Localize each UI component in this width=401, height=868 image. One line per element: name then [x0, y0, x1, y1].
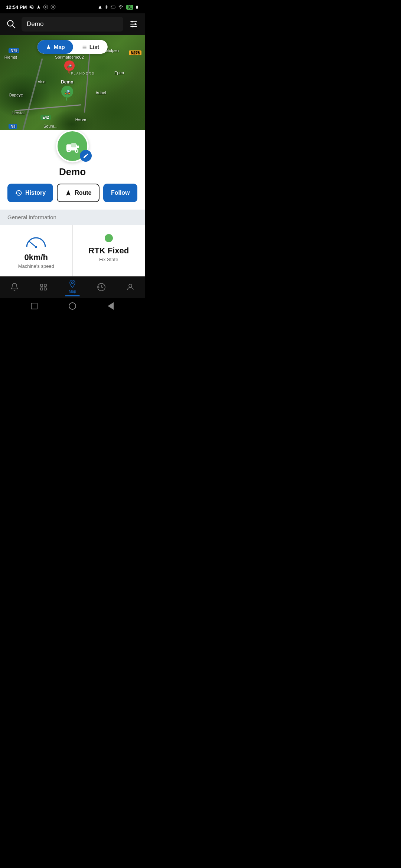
nav-item-alerts[interactable] [0, 283, 29, 293]
nav-profile-icon [126, 283, 135, 292]
fix-state-card: RTK Fixed Fix State [72, 225, 145, 276]
nav-history-icon [97, 283, 106, 292]
marker-demo[interactable]: Demo 🚜 [61, 79, 74, 102]
nav-icon [36, 4, 41, 10]
edit-icon [83, 153, 89, 159]
filter-icon [129, 19, 138, 29]
svg-point-1 [45, 6, 47, 8]
time-display: 12:54 PM [6, 4, 27, 10]
svg-point-7 [7, 20, 13, 26]
general-info-header: General information [0, 210, 145, 225]
svg-rect-25 [66, 146, 71, 149]
nav-item-map[interactable]: Map [58, 279, 87, 296]
svg-rect-31 [40, 288, 43, 290]
action-buttons: History Route Follow [0, 184, 145, 210]
zones-icon [39, 283, 48, 292]
svg-point-33 [72, 282, 74, 283]
bottom-nav: Map [0, 276, 145, 298]
system-recent-button[interactable] [29, 301, 39, 311]
svg-text:🚜: 🚜 [64, 89, 71, 95]
avatar-badge[interactable] [80, 150, 92, 162]
route-button-label: Route [75, 190, 91, 196]
mute-icon [29, 4, 34, 10]
nav-active-indicator [65, 295, 80, 296]
avatar-section [0, 130, 145, 162]
system-nav [0, 298, 145, 314]
filter-button[interactable] [127, 17, 140, 31]
bottom-sheet: Demo History Route Follow General inform… [0, 130, 145, 276]
wifi-icon [118, 5, 124, 9]
alerts-icon [10, 283, 19, 292]
history-button-label: History [25, 190, 46, 196]
bluetooth-icon [104, 4, 109, 10]
gps-icon [98, 5, 102, 10]
status-left: 12:54 PM [6, 4, 56, 10]
speed-label: Machine's speed [18, 263, 54, 269]
svg-point-34 [129, 284, 132, 287]
rtk-status-dot [105, 234, 113, 242]
status-right: 91 [98, 4, 139, 10]
speed-value: 0km/h [24, 253, 48, 262]
svg-rect-24 [71, 143, 76, 147]
svg-point-3 [52, 6, 54, 8]
location-services-icon [43, 4, 48, 10]
list-tab[interactable]: List [73, 40, 108, 54]
marker-pin-green: 🚜 [61, 85, 74, 102]
follow-button-label: Follow [111, 190, 130, 196]
system-home-button[interactable] [67, 301, 78, 311]
home-icon [69, 302, 76, 310]
privacy-icon [50, 4, 56, 10]
nav-item-map-label: Map [69, 289, 76, 293]
speedometer-icon [25, 234, 47, 249]
map-area[interactable]: N79 N278 Riemst Gulpen Epen Vise Aubel O… [0, 35, 145, 146]
map-tab[interactable]: Map [38, 40, 73, 54]
svg-point-12 [134, 23, 136, 25]
speed-card: 0km/h Machine's speed [0, 225, 72, 276]
svg-text:🚜: 🚜 [67, 63, 72, 69]
list-tab-label: List [89, 44, 100, 50]
svg-rect-5 [115, 7, 115, 7]
marker-label-sprimatdemo02: Sprimatdemo02 [55, 55, 84, 59]
svg-rect-30 [44, 284, 46, 286]
speed-icon-wrap [25, 234, 47, 249]
back-icon [108, 302, 114, 310]
search-icon-wrap[interactable] [4, 17, 18, 31]
svg-rect-32 [44, 288, 46, 290]
history-button-icon [15, 189, 22, 197]
rtk-value: RTK Fixed [88, 246, 129, 256]
search-bar: Demo [0, 13, 145, 35]
battery-percent: 91 [126, 5, 133, 10]
map-tab-icon [46, 44, 52, 50]
nav-map-icon [68, 279, 77, 288]
tractor-avatar-icon [63, 137, 82, 156]
history-button[interactable]: History [7, 184, 53, 202]
nav-item-profile[interactable] [116, 283, 145, 293]
route-button-icon [65, 190, 72, 196]
charging-icon [135, 4, 139, 10]
svg-rect-26 [77, 145, 79, 148]
recent-apps-icon [31, 303, 38, 309]
svg-line-28 [29, 241, 36, 247]
nav-item-zones[interactable] [29, 283, 58, 293]
status-bar: 12:54 PM [0, 0, 145, 13]
marker-label-demo: Demo [61, 79, 73, 85]
system-back-button[interactable] [105, 301, 116, 311]
marker-pin-red: 🚜 [64, 60, 75, 74]
map-list-toggle: Map List [38, 40, 108, 54]
nav-item-history[interactable] [87, 283, 116, 293]
machine-name: Demo [0, 166, 145, 178]
info-cards: 0km/h Machine's speed RTK Fixed Fix Stat… [0, 225, 145, 276]
marker-sprimatdemo02[interactable]: Sprimatdemo02 🚜 [55, 55, 84, 74]
svg-rect-4 [111, 6, 115, 8]
battery-indicator-icon [111, 4, 116, 10]
list-tab-icon [81, 44, 87, 50]
follow-button[interactable]: Follow [103, 184, 137, 202]
svg-point-14 [132, 26, 134, 27]
route-button[interactable]: Route [57, 184, 100, 202]
search-icon [6, 19, 16, 29]
svg-line-6 [111, 6, 112, 7]
search-input[interactable]: Demo [22, 17, 123, 32]
svg-point-10 [131, 21, 133, 22]
svg-rect-29 [40, 284, 43, 286]
rtk-label: Fix State [99, 257, 118, 262]
